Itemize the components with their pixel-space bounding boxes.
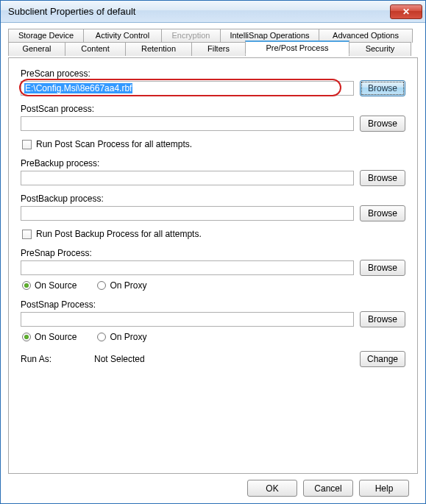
run-post-backup-all-checkbox-row[interactable]: Run Post Backup Process for all attempts…	[22, 229, 405, 239]
tab-storage-device[interactable]: Storage Device	[8, 29, 84, 43]
tab-retention[interactable]: Retention	[125, 42, 192, 56]
postsnap-input[interactable]	[21, 312, 354, 327]
prescan-browse-button[interactable]: Browse	[360, 80, 405, 96]
close-icon: ✕	[402, 7, 410, 17]
tab-encryption[interactable]: Encryption	[161, 29, 221, 43]
checkbox-icon	[22, 230, 32, 239]
postsnap-on-proxy-radio[interactable]: On Proxy	[97, 332, 146, 342]
tab-row-lower: General Content Retention Filters Pre/Po…	[8, 42, 418, 56]
prebackup-section: PreBackup process: Browse	[21, 158, 405, 186]
client-area: Storage Device Activity Control Encrypti…	[1, 23, 425, 504]
presnap-input[interactable]	[21, 260, 354, 275]
tab-content[interactable]: Content	[65, 42, 126, 56]
prebackup-input[interactable]	[21, 171, 354, 185]
run-post-scan-all-checkbox-row[interactable]: Run Post Scan Process for all attempts.	[22, 139, 405, 149]
dialog-footer: OK Cancel Help	[8, 474, 418, 497]
radio-icon	[97, 281, 106, 290]
postscan-label: PostScan process:	[21, 104, 405, 114]
run-as-row: Run As: Not Selected Change	[21, 351, 405, 367]
presnap-on-source-label: On Source	[35, 280, 77, 291]
checkbox-icon	[22, 140, 32, 149]
run-post-scan-all-label: Run Post Scan Process for all attempts.	[36, 139, 192, 149]
close-button[interactable]: ✕	[390, 4, 422, 19]
presnap-on-source-radio[interactable]: On Source	[22, 280, 77, 291]
run-post-backup-all-label: Run Post Backup Process for all attempts…	[36, 229, 202, 239]
postbackup-browse-button[interactable]: Browse	[360, 205, 405, 221]
prebackup-browse-button[interactable]: Browse	[360, 170, 405, 186]
tab-general[interactable]: General	[8, 42, 65, 56]
postscan-browse-button[interactable]: Browse	[360, 116, 405, 132]
postsnap-label: PostSnap Process:	[21, 299, 405, 310]
help-button[interactable]: Help	[359, 480, 409, 497]
postbackup-label: PostBackup process:	[21, 194, 405, 204]
radio-icon	[22, 281, 31, 290]
presnap-on-proxy-radio[interactable]: On Proxy	[97, 280, 146, 291]
window-title: Subclient Properties of default	[8, 6, 390, 17]
postsnap-on-source-radio[interactable]: On Source	[22, 332, 77, 342]
postsnap-radio-group: On Source On Proxy	[22, 332, 405, 342]
tab-pre-post-process[interactable]: Pre/Post Process	[245, 40, 349, 54]
tab-activity-control[interactable]: Activity Control	[83, 29, 162, 43]
presnap-radio-group: On Source On Proxy	[22, 280, 405, 291]
tab-row-upper: Storage Device Activity Control Encrypti…	[8, 29, 418, 43]
presnap-browse-button[interactable]: Browse	[360, 260, 405, 276]
title-bar: Subclient Properties of default ✕	[1, 1, 425, 23]
presnap-label: PreSnap Process:	[21, 248, 405, 258]
tab-filters[interactable]: Filters	[191, 42, 246, 56]
run-as-change-button[interactable]: Change	[360, 351, 405, 367]
postbackup-section: PostBackup process: Browse	[21, 194, 405, 221]
presnap-section: PreSnap Process: Browse On Source On Pro…	[21, 248, 405, 291]
postscan-input[interactable]	[21, 116, 354, 131]
postsnap-on-source-label: On Source	[35, 332, 77, 342]
tab-security[interactable]: Security	[349, 42, 411, 56]
postscan-section: PostScan process: Browse	[21, 104, 405, 132]
postbackup-input[interactable]	[21, 206, 354, 221]
prescan-value: E:\Config.Msi\8e667aa4.rbf	[24, 83, 132, 93]
prescan-label: PreScan process:	[21, 68, 405, 79]
ok-button[interactable]: OK	[247, 480, 297, 497]
presnap-on-proxy-label: On Proxy	[110, 280, 146, 291]
cancel-button[interactable]: Cancel	[303, 480, 353, 497]
run-as-value: Not Selected	[94, 354, 360, 364]
postsnap-section: PostSnap Process: Browse On Source On Pr…	[21, 299, 405, 342]
tab-panel-pre-post: PreScan process: E:\Config.Msi\8e667aa4.…	[8, 57, 418, 474]
prescan-section: PreScan process: E:\Config.Msi\8e667aa4.…	[21, 68, 405, 96]
prescan-input[interactable]: E:\Config.Msi\8e667aa4.rbf	[21, 81, 354, 96]
radio-icon	[22, 333, 31, 341]
radio-icon	[97, 333, 106, 341]
postsnap-on-proxy-label: On Proxy	[110, 332, 146, 342]
postsnap-browse-button[interactable]: Browse	[360, 311, 405, 327]
run-as-label: Run As:	[21, 354, 94, 364]
prebackup-label: PreBackup process:	[21, 158, 405, 168]
tab-strip: Storage Device Activity Control Encrypti…	[8, 29, 418, 58]
